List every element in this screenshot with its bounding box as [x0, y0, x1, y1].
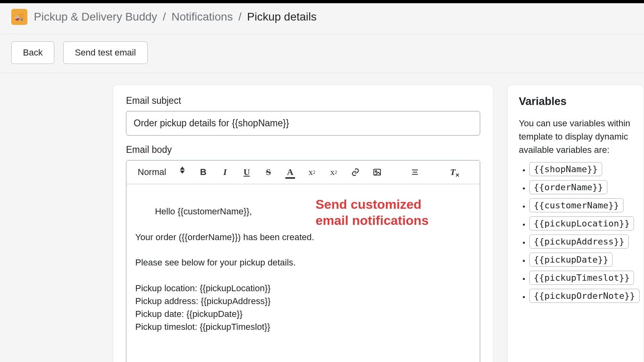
- image-icon[interactable]: [372, 167, 383, 178]
- svg-rect-0: [374, 169, 381, 175]
- breadcrumb-current: Pickup details: [247, 10, 317, 23]
- chevron-updown-icon: [180, 171, 185, 174]
- variables-card: Variables You can use variables within t…: [507, 84, 644, 362]
- breadcrumb-section[interactable]: Notifications: [171, 10, 233, 23]
- svg-point-1: [375, 171, 377, 172]
- superscript-icon[interactable]: x2: [328, 167, 339, 178]
- format-select-label: Normal: [138, 167, 166, 177]
- bold-icon[interactable]: B: [198, 167, 209, 178]
- editor-toolbar: Normal B I U S A x2 x2: [126, 160, 480, 184]
- link-icon[interactable]: [350, 167, 361, 178]
- text-color-icon[interactable]: A: [285, 167, 296, 178]
- app-logo: 🚚: [11, 9, 27, 25]
- clear-format-icon[interactable]: T✕: [447, 167, 458, 178]
- breadcrumb-sep: /: [163, 10, 166, 23]
- variable-chip[interactable]: {{shopName}}: [529, 162, 602, 176]
- list-item: {{pickupAddress}}: [529, 234, 632, 249]
- rich-text-editor: Normal B I U S A x2 x2: [126, 160, 480, 362]
- list-item: {{shopName}}: [529, 162, 632, 176]
- list-item: {{pickupDate}}: [529, 253, 632, 267]
- annotation-overlay: Send customized email notifications: [316, 196, 429, 228]
- email-body-text: Hello {{customerName}}, Your order ({{or…: [135, 206, 314, 362]
- list-item: {{customerName}}: [529, 198, 632, 212]
- variable-chip[interactable]: {{pickupOrderNote}}: [529, 289, 640, 303]
- breadcrumb: Pickup & Delivery Buddy / Notifications …: [34, 10, 317, 23]
- variable-chip[interactable]: {{pickupTimeslot}}: [529, 271, 634, 285]
- variables-description: You can use variables within template to…: [519, 117, 632, 156]
- window-top-bar: [0, 0, 644, 3]
- list-item: {{pickupTimeslot}}: [529, 271, 632, 285]
- align-icon[interactable]: [409, 167, 421, 178]
- list-item: {{pickupLocation}}: [529, 216, 632, 230]
- list-item: {{pickupOrderNote}}: [529, 289, 632, 303]
- send-test-email-button[interactable]: Send test email: [63, 41, 148, 64]
- variable-chip[interactable]: {{customerName}}: [529, 198, 623, 212]
- underline-icon[interactable]: U: [241, 167, 252, 178]
- variable-chip[interactable]: {{pickupLocation}}: [529, 216, 634, 230]
- email-body-editor[interactable]: Hello {{customerName}}, Your order ({{or…: [126, 184, 480, 362]
- strikethrough-icon[interactable]: S: [263, 167, 274, 178]
- page-header: 🚚 Pickup & Delivery Buddy / Notification…: [0, 3, 644, 34]
- email-body-label: Email body: [126, 144, 480, 155]
- italic-icon[interactable]: I: [219, 167, 231, 178]
- email-editor-card: Email subject Email body Normal B I U S …: [113, 84, 493, 362]
- variables-list: {{shopName}} {{orderName}} {{customerNam…: [519, 162, 632, 303]
- variables-title: Variables: [519, 95, 632, 108]
- breadcrumb-sep: /: [238, 10, 242, 23]
- email-subject-label: Email subject: [126, 95, 480, 106]
- back-button[interactable]: Back: [11, 41, 54, 64]
- variable-chip[interactable]: {{orderName}}: [529, 180, 607, 194]
- subscript-icon[interactable]: x2: [306, 167, 318, 178]
- list-item: {{orderName}}: [529, 180, 632, 194]
- breadcrumb-app[interactable]: Pickup & Delivery Buddy: [34, 10, 157, 23]
- content-row: Email subject Email body Normal B I U S …: [0, 73, 644, 362]
- variable-chip[interactable]: {{pickupAddress}}: [529, 234, 629, 249]
- email-subject-input[interactable]: [126, 111, 480, 136]
- action-bar: Back Send test email: [0, 34, 644, 73]
- format-select[interactable]: Normal: [135, 165, 187, 179]
- variable-chip[interactable]: {{pickupDate}}: [529, 253, 613, 267]
